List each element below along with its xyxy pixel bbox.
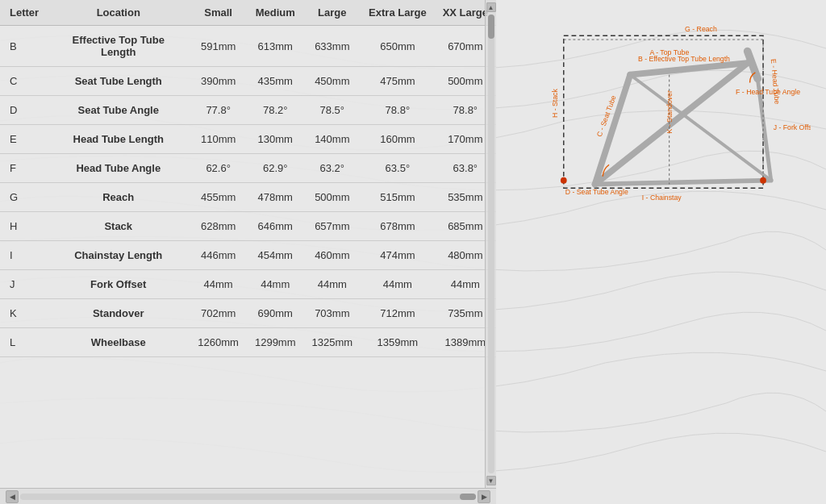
- diagram-section: G - Reach E - Head Tube B - Effective To…: [496, 0, 826, 504]
- cell-large: 633mm: [304, 26, 361, 67]
- cell-small: 702mm: [190, 299, 247, 328]
- cell-large: 1325mm: [304, 328, 361, 357]
- cell-small: 446mm: [190, 241, 247, 270]
- v-scroll-thumb: [488, 15, 494, 39]
- label-h: H - Stack: [551, 89, 559, 118]
- cell-extra-large: 712mm: [361, 299, 435, 328]
- header-large: Large: [304, 0, 361, 26]
- table-row: G Reach 455mm 478mm 500mm 515mm 535mm: [0, 183, 496, 212]
- cell-medium: 613mm: [247, 26, 304, 67]
- cell-medium: 646mm: [247, 212, 304, 241]
- cell-large: 44mm: [304, 270, 361, 299]
- table-row: I Chainstay Length 446mm 454mm 460mm 474…: [0, 241, 496, 270]
- cell-medium: 44mm: [247, 270, 304, 299]
- cell-extra-large: 63.5°: [361, 154, 435, 183]
- vertical-scrollbar[interactable]: ▲ ▼: [485, 0, 496, 488]
- cell-letter: E: [0, 125, 47, 154]
- cell-letter: J: [0, 270, 47, 299]
- cell-large: 78.5°: [304, 96, 361, 125]
- cell-extra-large: 678mm: [361, 212, 435, 241]
- cell-location: Fork Offset: [47, 270, 190, 299]
- cell-location: Chainstay Length: [47, 241, 190, 270]
- cell-extra-large: 474mm: [361, 241, 435, 270]
- header-medium: Medium: [247, 0, 304, 26]
- cell-letter: C: [0, 67, 47, 96]
- table-row: E Head Tube Length 110mm 130mm 140mm 160…: [0, 125, 496, 154]
- cell-small: 591mm: [190, 26, 247, 67]
- chainstay-line: [594, 181, 770, 185]
- scroll-down-arrow[interactable]: ▼: [486, 476, 496, 485]
- label-j: J - Fork Offset: [773, 123, 810, 131]
- scroll-left-arrow[interactable]: ◀: [6, 490, 19, 503]
- table-row: C Seat Tube Length 390mm 435mm 450mm 475…: [0, 67, 496, 96]
- cell-medium: 130mm: [247, 125, 304, 154]
- cell-medium: 1299mm: [247, 328, 304, 357]
- label-a: A - Top Tube: [649, 48, 689, 56]
- cell-letter: D: [0, 96, 47, 125]
- cell-location: Wheelbase: [47, 328, 190, 357]
- cell-extra-large: 1359mm: [361, 328, 435, 357]
- label-i: I - Chainstay: [641, 194, 682, 202]
- cell-letter: B: [0, 26, 47, 67]
- cell-letter: K: [0, 299, 47, 328]
- cell-extra-large: 650mm: [361, 26, 435, 67]
- table-row: B Effective Top Tube Length 591mm 613mm …: [0, 26, 496, 67]
- cell-medium: 478mm: [247, 183, 304, 212]
- cell-extra-large: 78.8°: [361, 96, 435, 125]
- cell-large: 657mm: [304, 212, 361, 241]
- cell-letter: G: [0, 183, 47, 212]
- cell-small: 110mm: [190, 125, 247, 154]
- cell-medium: 435mm: [247, 67, 304, 96]
- cell-letter: F: [0, 154, 47, 183]
- cell-extra-large: 44mm: [361, 270, 435, 299]
- cell-location: Stack: [47, 212, 190, 241]
- header-letter: Letter: [0, 0, 47, 26]
- cell-small: 455mm: [190, 183, 247, 212]
- table-section: Letter Location Small Medium Large Extra…: [0, 0, 496, 504]
- bike-frame-svg: G - Reach E - Head Tube B - Effective To…: [512, 16, 811, 274]
- bottom-right-point: [760, 177, 766, 184]
- cell-small: 1260mm: [190, 328, 247, 357]
- cell-location: Seat Tube Angle: [47, 96, 190, 125]
- horizontal-scrollbar[interactable]: ◀ ▶: [0, 488, 496, 504]
- bike-diagram: G - Reach E - Head Tube B - Effective To…: [512, 16, 811, 274]
- table-row: D Seat Tube Angle 77.8° 78.2° 78.5° 78.8…: [0, 96, 496, 125]
- cell-medium: 62.9°: [247, 154, 304, 183]
- cell-letter: I: [0, 241, 47, 270]
- label-k: K - Standover: [665, 90, 673, 133]
- label-e: E - Head Tube: [769, 59, 781, 105]
- label-d: D - Seat Tube Angle: [565, 188, 628, 196]
- table-body: B Effective Top Tube Length 591mm 613mm …: [0, 26, 496, 357]
- cell-location: Head Tube Length: [47, 125, 190, 154]
- cell-large: 703mm: [304, 299, 361, 328]
- cell-small: 628mm: [190, 212, 247, 241]
- cell-location: Seat Tube Length: [47, 67, 190, 96]
- cell-extra-large: 160mm: [361, 125, 435, 154]
- scroll-thumb: [460, 494, 476, 500]
- header-location: Location: [47, 0, 190, 26]
- table-wrapper[interactable]: Letter Location Small Medium Large Extra…: [0, 0, 496, 488]
- table-row: F Head Tube Angle 62.6° 62.9° 63.2° 63.5…: [0, 154, 496, 183]
- cell-large: 63.2°: [304, 154, 361, 183]
- v-scroll-track[interactable]: [488, 15, 494, 473]
- table-row: K Standover 702mm 690mm 703mm 712mm 735m…: [0, 299, 496, 328]
- bottom-left-point: [560, 177, 566, 184]
- scroll-right-arrow[interactable]: ▶: [478, 490, 490, 503]
- geometry-table: Letter Location Small Medium Large Extra…: [0, 0, 496, 357]
- cell-large: 500mm: [304, 183, 361, 212]
- table-row: H Stack 628mm 646mm 657mm 678mm 685mm: [0, 212, 496, 241]
- table-row: J Fork Offset 44mm 44mm 44mm 44mm 44mm: [0, 270, 496, 299]
- cell-large: 140mm: [304, 125, 361, 154]
- cell-extra-large: 475mm: [361, 67, 435, 96]
- cell-medium: 78.2°: [247, 96, 304, 125]
- scroll-track[interactable]: [20, 494, 476, 500]
- cell-small: 44mm: [190, 270, 247, 299]
- cell-small: 77.8°: [190, 96, 247, 125]
- cell-medium: 454mm: [247, 241, 304, 270]
- cell-location: Standover: [47, 299, 190, 328]
- cell-letter: L: [0, 328, 47, 357]
- cell-large: 460mm: [304, 241, 361, 270]
- scroll-up-arrow[interactable]: ▲: [486, 2, 496, 12]
- header-small: Small: [190, 0, 247, 26]
- cell-location: Head Tube Angle: [47, 154, 190, 183]
